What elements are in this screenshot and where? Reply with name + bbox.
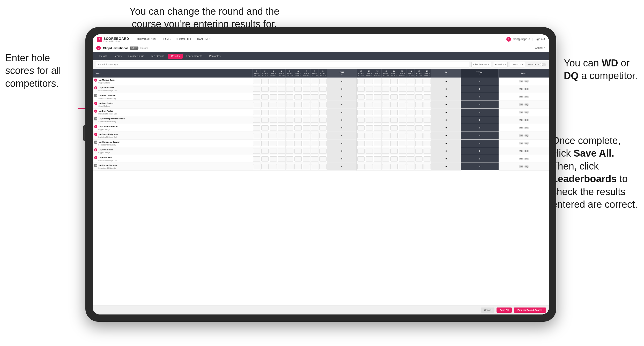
- score-input[interactable]: [278, 133, 285, 138]
- hole-5-score[interactable]: [286, 140, 294, 147]
- hole-11-score[interactable]: [365, 78, 373, 85]
- hole-12-score[interactable]: [373, 78, 382, 85]
- score-input[interactable]: [366, 94, 373, 99]
- sub-nav-results[interactable]: Results: [168, 54, 183, 59]
- hole-14-score[interactable]: [390, 101, 398, 109]
- score-input[interactable]: [390, 133, 398, 138]
- score-input[interactable]: [399, 149, 406, 154]
- hole-1-score[interactable]: [253, 78, 261, 85]
- score-input[interactable]: [303, 79, 310, 84]
- hole-4-score[interactable]: [277, 109, 286, 116]
- score-input[interactable]: [261, 79, 269, 84]
- hole-5-score[interactable]: [286, 109, 294, 116]
- score-input[interactable]: [261, 133, 269, 138]
- hole-13-score[interactable]: [382, 85, 390, 93]
- score-input[interactable]: [390, 102, 398, 107]
- score-input[interactable]: [270, 110, 277, 115]
- score-input[interactable]: [415, 87, 423, 92]
- hole-14-score[interactable]: [390, 132, 398, 140]
- score-input[interactable]: [253, 125, 260, 130]
- score-input[interactable]: [294, 118, 302, 123]
- score-input[interactable]: [270, 79, 277, 84]
- score-input[interactable]: [286, 133, 293, 138]
- hole-4-score[interactable]: [277, 147, 286, 155]
- hole-16-score[interactable]: [406, 85, 415, 93]
- score-input[interactable]: [319, 141, 327, 146]
- score-input[interactable]: [311, 79, 318, 84]
- hole-8-score[interactable]: [310, 78, 319, 85]
- score-input[interactable]: [374, 79, 381, 84]
- hole-17-score[interactable]: [415, 132, 423, 140]
- search-player-input[interactable]: [96, 62, 469, 67]
- score-input[interactable]: [399, 118, 406, 123]
- score-input[interactable]: [270, 141, 277, 146]
- score-input[interactable]: [382, 110, 389, 115]
- hole-3-score[interactable]: [269, 109, 277, 116]
- dq-button[interactable]: DQ: [524, 158, 529, 160]
- hole-15-score[interactable]: [398, 109, 406, 116]
- hole-4-score[interactable]: [277, 124, 286, 132]
- hole-10-score[interactable]: [357, 140, 365, 147]
- score-input[interactable]: [253, 164, 260, 169]
- hole-5-score[interactable]: [286, 155, 294, 163]
- hole-2-score[interactable]: [261, 78, 269, 85]
- tablet-side-button[interactable]: [83, 125, 85, 141]
- hole-9-score[interactable]: [319, 93, 327, 101]
- hole-1-score[interactable]: [253, 109, 261, 116]
- score-input[interactable]: [303, 156, 310, 162]
- score-input[interactable]: [261, 87, 269, 92]
- score-input[interactable]: [311, 110, 318, 115]
- hole-10-score[interactable]: [357, 101, 365, 109]
- hole-16-score[interactable]: [406, 163, 415, 171]
- score-input[interactable]: [357, 110, 365, 115]
- hole-10-score[interactable]: [357, 147, 365, 155]
- score-input[interactable]: [270, 94, 277, 99]
- hole-2-score[interactable]: [261, 132, 269, 140]
- dq-button[interactable]: DQ: [524, 165, 529, 168]
- hole-9-score[interactable]: [319, 109, 327, 116]
- hole-6-score[interactable]: [294, 85, 302, 93]
- hole-15-score[interactable]: [398, 147, 406, 155]
- hole-10-score[interactable]: [357, 163, 365, 171]
- hole-12-score[interactable]: [373, 93, 382, 101]
- hole-17-score[interactable]: [415, 116, 423, 124]
- score-input[interactable]: [278, 118, 285, 123]
- hole-11-score[interactable]: [365, 109, 373, 116]
- hole-3-score[interactable]: [269, 93, 277, 101]
- hole-11-score[interactable]: [365, 116, 373, 124]
- score-input[interactable]: [366, 102, 373, 107]
- score-input[interactable]: [424, 125, 431, 130]
- hole-16-score[interactable]: [406, 109, 415, 116]
- hole-6-score[interactable]: [294, 116, 302, 124]
- hole-17-score[interactable]: [415, 78, 423, 85]
- hole-13-score[interactable]: [382, 93, 390, 101]
- hole-11-score[interactable]: [365, 93, 373, 101]
- score-input[interactable]: [270, 118, 277, 123]
- score-input[interactable]: [415, 133, 423, 138]
- hole-10-score[interactable]: [357, 116, 365, 124]
- hole-8-score[interactable]: [310, 85, 319, 93]
- score-input[interactable]: [374, 156, 381, 162]
- score-input[interactable]: [366, 141, 373, 146]
- hole-16-score[interactable]: [406, 78, 415, 85]
- hole-18-score[interactable]: [423, 124, 431, 132]
- hole-12-score[interactable]: [373, 147, 382, 155]
- hole-15-score[interactable]: [398, 140, 406, 147]
- hole-12-score[interactable]: [373, 155, 382, 163]
- hole-7-score[interactable]: [302, 155, 310, 163]
- score-input[interactable]: [399, 79, 406, 84]
- nav-teams[interactable]: TEAMS: [161, 38, 171, 41]
- score-input[interactable]: [270, 164, 277, 169]
- score-input[interactable]: [399, 110, 406, 115]
- score-input[interactable]: [294, 87, 302, 92]
- hole-13-score[interactable]: [382, 155, 390, 163]
- hole-1-score[interactable]: [253, 140, 261, 147]
- hole-3-score[interactable]: [269, 163, 277, 171]
- hole-4-score[interactable]: [277, 163, 286, 171]
- hole-5-score[interactable]: [286, 132, 294, 140]
- hole-9-score[interactable]: [319, 163, 327, 171]
- hole-3-score[interactable]: [269, 116, 277, 124]
- hole-13-score[interactable]: [382, 140, 390, 147]
- wd-button[interactable]: WD: [519, 88, 523, 90]
- sub-nav-tee-groups[interactable]: Tee Groups: [148, 54, 167, 59]
